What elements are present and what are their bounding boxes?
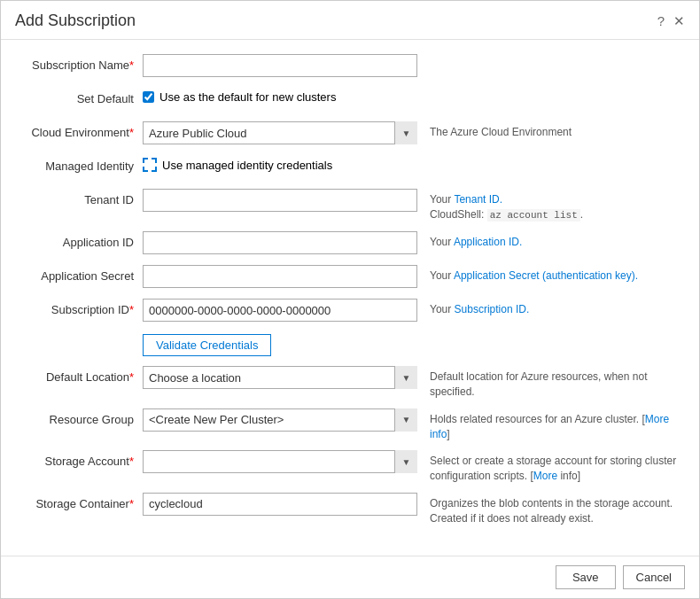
tenant-id-control bbox=[143, 189, 417, 212]
title-actions: ? ✕ bbox=[657, 13, 685, 29]
application-secret-hint: Your Application Secret (authentication … bbox=[417, 265, 681, 284]
application-secret-link[interactable]: Application Secret (authentication key). bbox=[454, 269, 638, 282]
cloud-environment-control: Azure Public Cloud Azure US Government A… bbox=[143, 121, 417, 144]
managed-identity-control: Use managed identity credentials bbox=[143, 155, 417, 172]
resource-group-row: Resource Group <Create New Per Cluster> … bbox=[19, 408, 681, 442]
storage-container-label: Storage Container* bbox=[19, 493, 143, 512]
set-default-label: Set Default bbox=[19, 88, 143, 107]
application-secret-control bbox=[143, 265, 417, 288]
validate-row: Validate Credentials bbox=[19, 332, 681, 357]
application-id-row: Application ID Your Application ID. bbox=[19, 231, 681, 256]
storage-account-control: ▼ bbox=[143, 450, 417, 473]
storage-account-label: Storage Account* bbox=[19, 450, 143, 470]
set-default-row: Set Default Use as the default for new c… bbox=[19, 88, 681, 113]
default-location-select[interactable]: Choose a location East US West US North … bbox=[143, 366, 417, 389]
default-location-control: Choose a location East US West US North … bbox=[143, 366, 417, 389]
subscription-id-label: Subscription ID* bbox=[19, 299, 143, 318]
set-default-control: Use as the default for new clusters bbox=[143, 88, 417, 104]
default-location-select-wrapper: Choose a location East US West US North … bbox=[143, 366, 417, 389]
default-location-hint: Default location for Azure resources, wh… bbox=[417, 366, 681, 400]
application-secret-input[interactable] bbox=[143, 265, 417, 288]
tenant-id-row: Tenant ID Your Tenant ID. CloudShell: az… bbox=[19, 189, 681, 222]
application-id-hint: Your Application ID. bbox=[417, 231, 681, 250]
default-location-label: Default Location* bbox=[19, 366, 143, 385]
storage-container-input[interactable]: cyclecloud bbox=[143, 493, 417, 516]
tenant-id-code: az account list bbox=[487, 209, 580, 222]
tenant-id-cloudshell: CloudShell: az account list. bbox=[430, 208, 583, 221]
dialog-title-bar: Add Subscription ? ✕ bbox=[1, 1, 699, 40]
dialog-title: Add Subscription bbox=[15, 12, 136, 30]
validate-credentials-button[interactable]: Validate Credentials bbox=[143, 334, 271, 356]
subscription-name-row: Subscription Name* bbox=[19, 54, 681, 79]
cloud-environment-label: Cloud Environment* bbox=[19, 121, 143, 141]
add-subscription-dialog: Add Subscription ? ✕ Subscription Name* … bbox=[0, 0, 700, 599]
cancel-button[interactable]: Cancel bbox=[623, 565, 685, 589]
default-location-row: Default Location* Choose a location East… bbox=[19, 366, 681, 400]
cloud-environment-hint: The Azure Cloud Environment bbox=[417, 121, 681, 140]
resource-group-more-info-link[interactable]: More info bbox=[430, 413, 669, 440]
dialog-body: Subscription Name* Set Default Use as th… bbox=[1, 40, 699, 556]
help-icon[interactable]: ? bbox=[657, 13, 665, 28]
managed-identity-checkbox-label[interactable]: Use managed identity credentials bbox=[143, 155, 417, 172]
storage-account-row: Storage Account* ▼ Select or create a st… bbox=[19, 450, 681, 484]
subscription-name-label: Subscription Name* bbox=[19, 54, 143, 74]
tenant-id-hint-prefix: Your bbox=[430, 193, 454, 206]
save-button[interactable]: Save bbox=[556, 565, 616, 589]
subscription-id-row: Subscription ID* 0000000-0000-0000-0000-… bbox=[19, 299, 681, 323]
tenant-id-label: Tenant ID bbox=[19, 189, 143, 208]
validate-control: Validate Credentials bbox=[143, 332, 417, 356]
storage-container-control: cyclecloud bbox=[143, 493, 417, 516]
resource-group-label: Resource Group bbox=[19, 408, 143, 428]
subscription-id-link[interactable]: Subscription ID. bbox=[455, 303, 530, 315]
resource-group-hint: Holds related resources for an Azure clu… bbox=[417, 408, 681, 442]
subscription-id-hint: Your Subscription ID. bbox=[417, 299, 681, 317]
application-id-control bbox=[143, 231, 417, 254]
resource-group-control: <Create New Per Cluster> ▼ bbox=[143, 408, 417, 432]
set-default-text: Use as the default for new clusters bbox=[159, 90, 336, 104]
application-id-label: Application ID bbox=[19, 231, 143, 251]
subscription-name-hint bbox=[417, 54, 681, 58]
close-icon[interactable]: ✕ bbox=[673, 13, 685, 29]
managed-identity-text: Use managed identity credentials bbox=[162, 159, 332, 172]
storage-container-hint: Organizes the blob contents in the stora… bbox=[417, 493, 681, 526]
managed-identity-dashed-checkbox[interactable] bbox=[143, 158, 157, 172]
storage-account-hint: Select or create a storage account for s… bbox=[417, 450, 681, 484]
subscription-id-control: 0000000-0000-0000-0000-0000000 bbox=[143, 299, 417, 322]
cloud-environment-select[interactable]: Azure Public Cloud Azure US Government A… bbox=[143, 121, 417, 144]
set-default-checkbox[interactable] bbox=[143, 91, 154, 103]
storage-container-row: Storage Container* cyclecloud Organizes … bbox=[19, 493, 681, 526]
tenant-id-input[interactable] bbox=[143, 189, 417, 212]
application-secret-row: Application Secret Your Application Secr… bbox=[19, 265, 681, 290]
subscription-name-control bbox=[143, 54, 417, 77]
resource-group-select[interactable]: <Create New Per Cluster> bbox=[143, 408, 417, 432]
application-id-link[interactable]: Application ID. bbox=[454, 236, 522, 248]
managed-identity-label: Managed Identity bbox=[19, 155, 143, 175]
cloud-environment-select-wrapper: Azure Public Cloud Azure US Government A… bbox=[143, 121, 417, 144]
storage-account-more-link[interactable]: More bbox=[533, 470, 557, 482]
subscription-id-input[interactable]: 0000000-0000-0000-0000-0000000 bbox=[143, 299, 417, 322]
application-id-input[interactable] bbox=[143, 231, 417, 254]
application-secret-label: Application Secret bbox=[19, 265, 143, 284]
managed-identity-row: Managed Identity Use managed identity cr… bbox=[19, 155, 681, 180]
resource-group-select-wrapper: <Create New Per Cluster> ▼ bbox=[143, 408, 417, 432]
dialog-footer: Save Cancel bbox=[1, 556, 699, 598]
subscription-name-input[interactable] bbox=[143, 54, 417, 77]
tenant-id-hint: Your Tenant ID. CloudShell: az account l… bbox=[417, 189, 681, 222]
storage-account-select-wrapper: ▼ bbox=[143, 450, 417, 473]
cloud-environment-row: Cloud Environment* Azure Public Cloud Az… bbox=[19, 121, 681, 146]
storage-account-select[interactable] bbox=[143, 450, 417, 473]
tenant-id-link[interactable]: Tenant ID. bbox=[454, 193, 502, 206]
set-default-checkbox-label[interactable]: Use as the default for new clusters bbox=[143, 88, 417, 104]
